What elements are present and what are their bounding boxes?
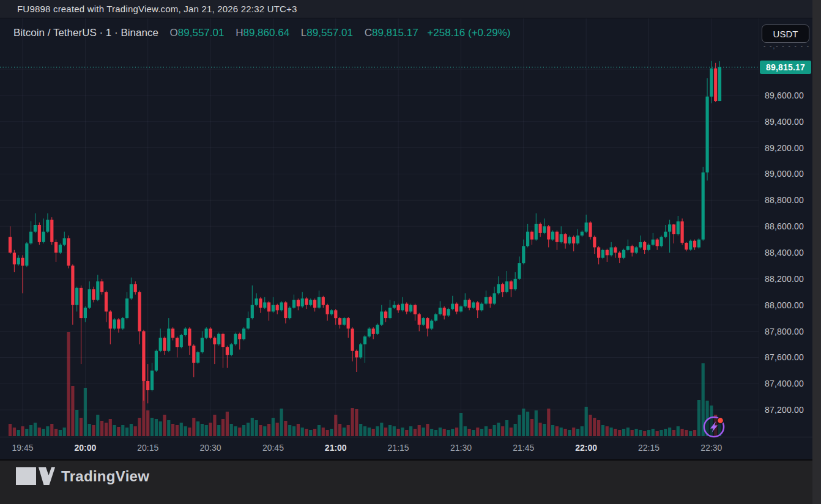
volume-bar [113,425,116,436]
volume-bar [564,429,567,436]
volume-bar [150,418,154,436]
candle-body [530,232,533,240]
candlestick-chart-canvas[interactable] [0,0,821,504]
candle-body [459,306,463,312]
candle-body [714,69,717,101]
volume-bar [581,426,584,436]
candle-body [560,234,563,242]
price-tick-label: 88,200.00 [765,274,804,284]
candle-body [405,304,408,312]
candle-body [664,232,667,237]
candle-body [647,245,650,250]
candle-body [652,240,655,245]
candle-body [610,247,613,255]
volume-bar [255,420,258,436]
candle-body [489,297,492,304]
candle-body [318,297,321,308]
candle-body [672,224,675,234]
candle-body [184,328,187,335]
candle-body [142,332,145,381]
tradingview-logo-mark-icon [16,467,55,486]
candle-body [109,311,112,328]
candle-body [105,292,108,311]
volume-bar [330,429,333,436]
candle-body [656,240,659,246]
tradingview-logo[interactable]: TradingView [16,467,149,486]
volume-bar [230,424,233,436]
candle-body [13,253,16,264]
candle-body [146,381,149,390]
lightning-marker-button[interactable] [702,414,727,440]
volume-bar [305,429,308,436]
volume-bar [71,386,74,436]
volume-bar [426,424,429,436]
candle-body [518,263,521,279]
candle-body [159,338,162,350]
volume-bar [88,424,91,436]
candle-body [276,305,279,311]
volume-bar [351,408,354,436]
candle-body [284,302,287,318]
volume-bar [572,428,575,436]
volume-bar [555,426,559,436]
volume-bar [576,429,579,436]
volume-bar [418,425,421,436]
currency-toggle-button[interactable]: USDT [762,24,809,43]
volume-bar [284,421,287,436]
candle-body [718,67,721,101]
candle-body [689,241,692,250]
high-value: 89,860.64 [243,27,289,39]
candle-body [150,371,154,390]
candle-body [368,328,371,336]
volume-bar [618,430,621,436]
candle-body [706,97,709,172]
volume-bar [309,430,312,436]
price-scale[interactable]: - -,- - - - - - 89,815.17 89,600.0089,40… [759,18,812,437]
candle-body [585,223,588,232]
candle-body [29,232,32,243]
candle-body [63,238,66,245]
candle-body [334,310,337,318]
volume-bar [180,423,183,436]
volume-bar [155,419,158,436]
candle-body [25,243,28,265]
time-tick-label: 21:30 [450,443,472,453]
volume-bar [297,424,300,436]
candle-body [309,300,312,305]
volume-bar [443,429,446,436]
volume-bar [434,430,437,436]
candle-body [668,224,671,232]
volume-bar [601,425,604,436]
candle-body [472,302,475,308]
volume-bar [267,424,270,436]
candle-body [568,237,571,243]
volume-bar [447,430,450,436]
candle-body [21,258,24,266]
candle-body [397,305,400,311]
time-tick-label: 21:00 [325,443,347,453]
candle-body [702,172,705,240]
volume-bar [146,410,149,436]
time-scale[interactable]: 19:4520:0020:1520:3020:4521:0021:1521:30… [0,437,812,459]
volume-bar [355,409,358,436]
candle-body [601,250,604,258]
candle-body [209,328,212,338]
volume-bar [42,429,45,436]
volume-bar [459,413,463,436]
candle-body [92,289,95,300]
candle-body [188,328,191,346]
price-tick-label: 88,000.00 [765,300,804,310]
volume-bar [221,419,225,436]
candle-body [659,237,663,246]
candle-body [88,289,91,308]
last-price-badge: 89,815.17 [760,61,811,74]
symbol-legend[interactable]: Bitcoin / TetherUS · 1 · Binance O89,557… [13,27,510,39]
candle-body [130,284,133,298]
candle-body [614,247,617,253]
volume-bar [363,426,366,436]
volume-bar [505,420,508,436]
symbol-title[interactable]: Bitcoin / TetherUS · 1 · Binance [13,27,158,39]
volume-bar [480,429,483,436]
volume-bar [606,426,609,436]
candle-body [510,281,513,289]
